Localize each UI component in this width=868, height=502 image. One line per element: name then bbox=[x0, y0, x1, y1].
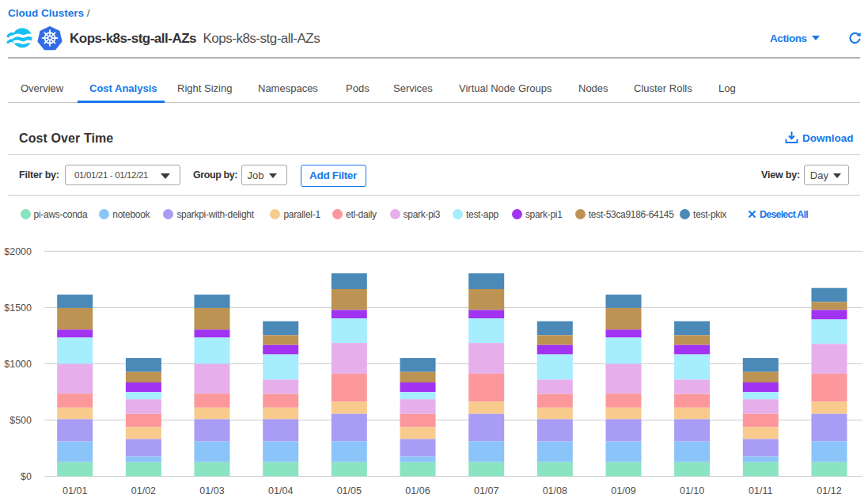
svg-text:01/03: 01/03 bbox=[199, 485, 224, 496]
svg-text:$0: $0 bbox=[21, 471, 32, 482]
svg-text:01/11: 01/11 bbox=[749, 485, 772, 496]
svg-text:01/09: 01/09 bbox=[611, 485, 635, 496]
svg-text:01/06: 01/06 bbox=[405, 485, 430, 496]
svg-text:$1000: $1000 bbox=[4, 359, 32, 370]
svg-text:01/02: 01/02 bbox=[131, 485, 156, 496]
svg-text:01/05: 01/05 bbox=[337, 485, 362, 496]
svg-text:$2000: $2000 bbox=[4, 246, 32, 257]
svg-text:01/01: 01/01 bbox=[63, 485, 87, 496]
svg-text:$1500: $1500 bbox=[4, 302, 32, 314]
svg-text:01/04: 01/04 bbox=[268, 485, 293, 496]
svg-text:01/12: 01/12 bbox=[817, 485, 841, 496]
svg-text:01/07: 01/07 bbox=[474, 485, 498, 496]
svg-text:01/08: 01/08 bbox=[543, 485, 567, 496]
svg-text:01/10: 01/10 bbox=[680, 485, 704, 496]
svg-text:$500: $500 bbox=[9, 415, 32, 426]
